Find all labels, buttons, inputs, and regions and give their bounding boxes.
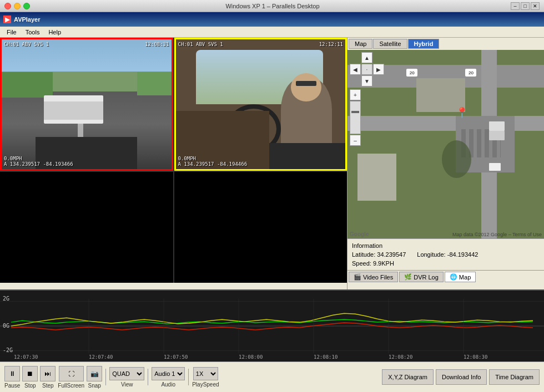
map-watermark: Google bbox=[350, 231, 369, 237]
dvr-log-icon: 🌿 bbox=[404, 273, 412, 281]
separator-1 bbox=[105, 369, 106, 385]
camera-2-cell[interactable]: CH:01 ABV SVS 1 12:12:11 0.0MPH A 134.23… bbox=[174, 38, 347, 171]
stop-group: ⏹ Stop bbox=[22, 366, 38, 389]
tab-map[interactable]: Map bbox=[349, 39, 372, 49]
tab-hybrid[interactable]: Hybrid bbox=[408, 39, 440, 49]
snap-label: Snap bbox=[88, 383, 100, 389]
tab-video-files[interactable]: 🎬 Video Files bbox=[349, 272, 398, 282]
app-title-bar: ▶ AVPlayer bbox=[0, 12, 544, 27]
step-icon: ⏭ bbox=[44, 370, 51, 378]
close-button[interactable]: ✕ bbox=[531, 2, 540, 10]
tab-satellite[interactable]: Satellite bbox=[373, 39, 407, 49]
xyz-diagram-button[interactable]: X,Y,Z Diagram bbox=[382, 369, 434, 385]
stop-label: Stop bbox=[24, 383, 36, 389]
audio-group: Audio 1 Audio 2 Audio 3 Audio bbox=[152, 367, 185, 388]
main-content: CH:01 ABV SVS 1 12:08:31 0.0MPH A 134.23… bbox=[0, 38, 544, 289]
playspeed-label: PlaySpeed bbox=[192, 381, 219, 388]
view-label: View bbox=[121, 381, 133, 388]
restore-button[interactable]: □ bbox=[521, 2, 530, 10]
pause-label: Pause bbox=[4, 383, 20, 389]
fullscreen-label: FullScreen bbox=[58, 383, 84, 389]
latitude-label: Latitude: bbox=[352, 251, 375, 258]
latitude-item: Latitude: 34.239547 bbox=[352, 251, 406, 258]
snap-group: 📷 Snap bbox=[87, 366, 102, 389]
longitude-item: Longitude: -84.193442 bbox=[417, 251, 478, 258]
minimize-button[interactable]: – bbox=[511, 2, 520, 10]
playspeed-select[interactable]: 1X 2X 4X 0.5X bbox=[193, 367, 218, 380]
svg-text:12:07:30: 12:07:30 bbox=[14, 354, 38, 360]
menu-help[interactable]: Help bbox=[44, 28, 66, 36]
window-buttons[interactable]: – □ ✕ bbox=[511, 2, 540, 10]
speed-value: 9.9KPH bbox=[373, 260, 394, 267]
map-nav-up[interactable]: ▲ bbox=[361, 52, 372, 63]
step-button[interactable]: ⏭ bbox=[40, 366, 56, 381]
camera-3-cell[interactable] bbox=[0, 172, 173, 283]
app-window: ▶ AVPlayer File Tools Help bbox=[0, 12, 544, 392]
zoom-out-button[interactable]: – bbox=[350, 135, 361, 146]
audio-select[interactable]: Audio 1 Audio 2 Audio 3 bbox=[152, 367, 185, 380]
close-dot[interactable] bbox=[4, 3, 11, 9]
info-coordinates: Latitude: 34.239547 Longitude: -84.19344… bbox=[352, 251, 540, 258]
map-section: Map Satellite Hybrid 20 20 bbox=[347, 38, 544, 289]
app-icon: ▶ bbox=[3, 16, 11, 23]
svg-text:12:08:10: 12:08:10 bbox=[314, 354, 338, 360]
snap-icon: 📷 bbox=[90, 370, 99, 378]
minimize-dot[interactable] bbox=[14, 3, 21, 9]
svg-text:2G: 2G bbox=[3, 296, 9, 302]
cam1-top-info: CH:01 ABV SVS 1 bbox=[4, 42, 49, 47]
view-select[interactable]: QUAD SINGLE 2x2 bbox=[109, 367, 144, 380]
camera-1-cell[interactable]: CH:01 ABV SVS 1 12:08:31 0.0MPH A 134.23… bbox=[0, 38, 173, 171]
separator-2 bbox=[148, 369, 148, 385]
map-nav-overlay: ▲ ◀ · ▶ ▼ + bbox=[350, 52, 384, 146]
svg-text:0G: 0G bbox=[3, 323, 9, 329]
map-nav-down[interactable]: ▼ bbox=[361, 75, 372, 86]
stop-button[interactable]: ⏹ bbox=[22, 366, 38, 381]
longitude-label: Longitude: bbox=[417, 251, 445, 258]
fullscreen-button[interactable]: ⛶ bbox=[59, 366, 84, 381]
video-files-icon: 🎬 bbox=[354, 273, 361, 281]
download-info-button[interactable]: Download Info bbox=[436, 369, 487, 385]
map-nav-right[interactable]: ▶ bbox=[373, 64, 384, 75]
pause-button[interactable]: ⏸ bbox=[4, 366, 20, 381]
cam2-bottom-info: 0.0MPH A 134.239517 -84.194466 bbox=[178, 156, 248, 167]
snap-button[interactable]: 📷 bbox=[87, 366, 102, 381]
map-view: 20 20 bbox=[347, 50, 544, 238]
map-icon: 🌐 bbox=[450, 273, 457, 281]
speed-label: Speed: bbox=[352, 260, 371, 267]
maximize-dot[interactable] bbox=[23, 3, 30, 9]
svg-text:12:07:40: 12:07:40 bbox=[89, 354, 113, 360]
map-container: 20 20 bbox=[347, 50, 544, 238]
video-grid: CH:01 ABV SVS 1 12:08:31 0.0MPH A 134.23… bbox=[0, 38, 347, 283]
menu-bar: File Tools Help bbox=[0, 27, 544, 38]
cam1-bottom-info: 0.0MPH A 134.239517 -84.193466 bbox=[4, 156, 73, 167]
cam2-top-info: CH:01 ABV SVS 1 bbox=[178, 42, 223, 47]
tab-dvr-log[interactable]: 🌿 DVR Log bbox=[399, 272, 444, 282]
window-controls[interactable] bbox=[4, 3, 30, 9]
map-nav-left[interactable]: ◀ bbox=[350, 64, 361, 75]
svg-text:-2G: -2G bbox=[3, 347, 13, 353]
tab-map-bottom[interactable]: 🌐 Map bbox=[445, 272, 476, 282]
svg-text:12:08:30: 12:08:30 bbox=[464, 354, 487, 360]
pause-icon: ⏸ bbox=[9, 370, 16, 378]
cam2-overlay: CH:01 ABV SVS 1 12:12:11 0.0MPH A 134.23… bbox=[176, 39, 346, 169]
time-diagram-button[interactable]: Time Diagram bbox=[489, 369, 540, 385]
video-section: CH:01 ABV SVS 1 12:08:31 0.0MPH A 134.23… bbox=[0, 38, 347, 289]
view-group: QUAD SINGLE 2x2 View bbox=[109, 367, 144, 388]
xyz-chart: 2G 0G -2G 12:07:30 12:07:40 12:07:50 12:… bbox=[0, 291, 544, 362]
zoom-controls: + – bbox=[350, 89, 384, 146]
menu-file[interactable]: File bbox=[2, 28, 21, 36]
menu-tools[interactable]: Tools bbox=[21, 28, 44, 36]
window-title: Windows XP 1 – Parallels Desktop bbox=[34, 3, 511, 9]
audio-label: Audio bbox=[161, 381, 175, 388]
fullscreen-group: ⛶ FullScreen bbox=[58, 366, 84, 389]
camera-4-cell[interactable] bbox=[174, 172, 347, 283]
cam2-top-time: 12:12:11 bbox=[319, 42, 343, 47]
svg-text:12:08:00: 12:08:00 bbox=[239, 354, 263, 360]
svg-text:12:07:50: 12:07:50 bbox=[164, 354, 188, 360]
map-credit: Map data ©2012 Google – Terms of Use bbox=[452, 232, 542, 237]
playspeed-group: 1X 2X 4X 0.5X PlaySpeed bbox=[192, 367, 219, 388]
step-group: ⏭ Step bbox=[40, 366, 56, 389]
info-speed-row: Speed: 9.9KPH bbox=[352, 260, 540, 267]
zoom-in-button[interactable]: + bbox=[350, 89, 361, 100]
cam1-overlay: CH:01 ABV SVS 1 12:08:31 0.0MPH A 134.23… bbox=[2, 39, 172, 169]
